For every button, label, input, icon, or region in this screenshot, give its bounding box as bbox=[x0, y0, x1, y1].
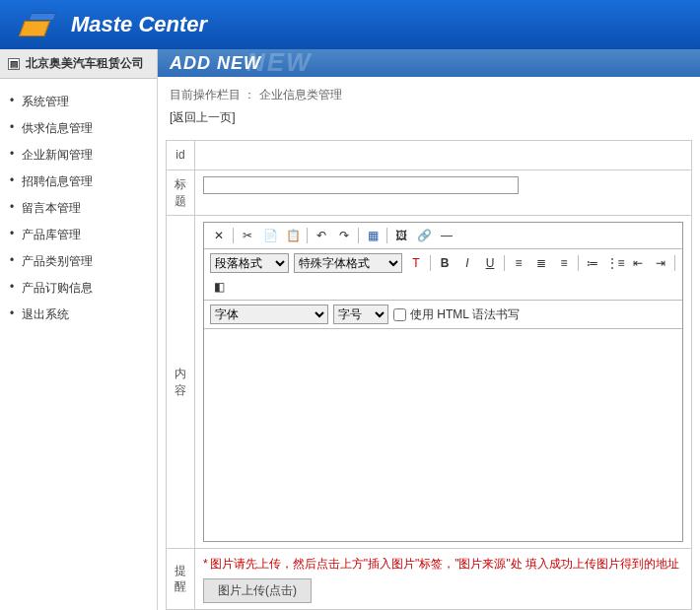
sidebar-list: 系统管理 供求信息管理 企业新闻管理 招聘信息管理 留言本管理 产品库管理 产品… bbox=[0, 79, 157, 338]
font-size-select[interactable]: 字号 bbox=[333, 305, 388, 324]
sidebar-item-news[interactable]: 企业新闻管理 bbox=[22, 142, 157, 169]
sidebar-item-system[interactable]: 系统管理 bbox=[22, 89, 157, 115]
redo-icon[interactable]: ↷ bbox=[335, 227, 353, 244]
hr-icon[interactable]: — bbox=[438, 227, 455, 244]
brand-title: Maste Center bbox=[71, 12, 207, 37]
html-mode-toggle[interactable]: 使用 HTML 语法书写 bbox=[393, 306, 520, 323]
underline-icon[interactable]: U bbox=[481, 254, 499, 272]
reminder-text: *图片请先上传，然后点击上方"插入图片"标签，"图片来源"处 填入成功上传图片得… bbox=[203, 555, 683, 574]
breadcrumb: 目前操作栏目 ： 企业信息类管理 bbox=[158, 77, 700, 109]
font-color-icon[interactable]: T bbox=[407, 254, 425, 272]
editor-toolbar-2: 段落格式 特殊字体格式 T B I U ≡ ≣ ≡ ≔ bbox=[204, 249, 682, 301]
sidebar-item-message[interactable]: 留言本管理 bbox=[22, 195, 157, 222]
title-label: 标题 bbox=[167, 169, 195, 216]
font-format-select[interactable]: 特殊字体格式 bbox=[294, 253, 402, 273]
html-mode-checkbox[interactable] bbox=[393, 308, 406, 321]
back-link[interactable]: [返回上一页] bbox=[158, 109, 700, 140]
align-right-icon[interactable]: ≡ bbox=[555, 254, 573, 272]
sidebar-item-category[interactable]: 产品类别管理 bbox=[22, 248, 157, 275]
page-title-bar: ADD NEW NEW bbox=[158, 49, 700, 77]
rich-text-editor: ✕ ✂ 📄 📋 ↶ ↷ ▦ 🖼 🔗 bbox=[203, 222, 683, 542]
sidebar: ▤ 北京奥美汽车租赁公司 系统管理 供求信息管理 企业新闻管理 招聘信息管理 留… bbox=[0, 49, 158, 610]
sidebar-item-order[interactable]: 产品订购信息 bbox=[22, 275, 157, 302]
block-format-select[interactable]: 段落格式 bbox=[210, 253, 289, 273]
list-icon: ▤ bbox=[8, 58, 20, 70]
editor-toolbar-1: ✕ ✂ 📄 📋 ↶ ↷ ▦ 🖼 🔗 bbox=[204, 223, 682, 249]
italic-icon[interactable]: I bbox=[458, 254, 476, 272]
sidebar-item-product[interactable]: 产品库管理 bbox=[22, 222, 157, 248]
app-header: Maste Center bbox=[0, 0, 700, 49]
eraser-icon[interactable]: ◧ bbox=[210, 278, 228, 296]
indent-icon[interactable]: ⇥ bbox=[652, 254, 669, 272]
editor-toolbar-3: 字体 字号 使用 HTML 语法书写 bbox=[204, 301, 682, 329]
form-table: id 标题 内容 ✕ ✂ 📄 📋 bbox=[166, 140, 692, 610]
id-label: id bbox=[167, 141, 195, 170]
outdent-icon[interactable]: ⇤ bbox=[629, 254, 647, 272]
page-title: ADD NEW bbox=[170, 53, 261, 74]
sidebar-item-supply[interactable]: 供求信息管理 bbox=[22, 115, 157, 142]
sidebar-header: ▤ 北京奥美汽车租赁公司 bbox=[0, 49, 157, 79]
font-family-select[interactable]: 字体 bbox=[210, 305, 328, 324]
sidebar-item-exit[interactable]: 退出系统 bbox=[22, 302, 157, 328]
editor-textarea[interactable] bbox=[204, 329, 682, 541]
sidebar-item-hire[interactable]: 招聘信息管理 bbox=[22, 169, 157, 195]
reminder-label: 提醒 bbox=[167, 549, 195, 609]
align-left-icon[interactable]: ≡ bbox=[510, 254, 527, 272]
align-center-icon[interactable]: ≣ bbox=[532, 254, 550, 272]
image-upload-button[interactable]: 图片上传(点击) bbox=[203, 578, 312, 603]
id-cell bbox=[195, 141, 692, 170]
insert-image-icon[interactable]: 🖼 bbox=[392, 227, 410, 244]
clear-style-icon[interactable]: ✕ bbox=[210, 227, 228, 244]
ordered-list-icon[interactable]: ≔ bbox=[584, 254, 601, 272]
undo-icon[interactable]: ↶ bbox=[313, 227, 330, 244]
content-label: 内容 bbox=[167, 216, 195, 549]
logo-icon bbox=[20, 11, 59, 38]
main-content: ADD NEW NEW 目前操作栏目 ： 企业信息类管理 [返回上一页] id … bbox=[158, 49, 700, 610]
paste-icon[interactable]: 📋 bbox=[284, 227, 302, 244]
title-input[interactable] bbox=[203, 176, 519, 194]
bold-icon[interactable]: B bbox=[436, 254, 454, 272]
copy-icon[interactable]: 📄 bbox=[261, 227, 279, 244]
sidebar-title: 北京奥美汽车租赁公司 bbox=[26, 55, 144, 72]
unordered-list-icon[interactable]: ⋮≡ bbox=[606, 254, 624, 272]
insert-link-icon[interactable]: 🔗 bbox=[415, 227, 433, 244]
cut-icon[interactable]: ✂ bbox=[239, 227, 256, 244]
table-icon[interactable]: ▦ bbox=[364, 227, 382, 244]
